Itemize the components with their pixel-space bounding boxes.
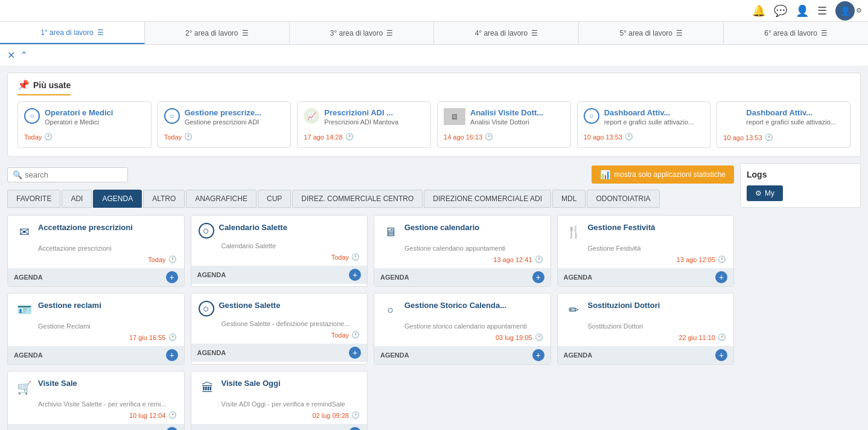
app-card-add-btn-7[interactable]: + — [715, 349, 727, 361]
app-card-time-0: Today 🕐 — [15, 255, 177, 263]
app-card-gestione-reclami[interactable]: 🪪 Gestione reclami Gestione Reclami 17 g… — [7, 293, 185, 365]
card-4-icon: 🖼 — [444, 108, 465, 125]
cat-tab-favorite[interactable]: FAVORITE — [7, 190, 60, 208]
logs-my-button[interactable]: ⚙ My — [747, 185, 783, 201]
app-card-title-5: Gestione Salette — [219, 301, 281, 310]
area-tab-2-menu-icon[interactable]: ☰ — [242, 29, 249, 37]
stats-button[interactable]: 📊 mostra solo applicazioni statistiche — [592, 165, 734, 184]
most-used-card-6[interactable]: Dashboard Attiv... report e grafici sull… — [716, 101, 850, 148]
app-card-time-5: Today 🕐 — [199, 331, 360, 339]
app-card-visite-sale-oggi[interactable]: 🏛 Visite Sale Oggi Visite ADI Oggi - per… — [191, 371, 368, 430]
app-grid: ✉ Accettazione prescrizioni Accettazione… — [7, 215, 734, 430]
app-card-add-btn-5[interactable]: + — [349, 347, 361, 359]
area-tab-2[interactable]: 2° area di lavoro ☰ — [145, 22, 290, 44]
card-1-subtitle: Operatori e Medici — [45, 118, 113, 126]
cat-tab-mdl[interactable]: MDL — [552, 190, 586, 208]
category-tabs: FAVORITE ADI AGENDA ALTRO ANAGRAFICHE CU… — [7, 190, 734, 208]
menu-icon[interactable]: ☰ — [817, 4, 827, 18]
area-tabs: 1° area di lavoro ☰ 2° area di lavoro ☰ … — [0, 22, 868, 45]
area-tab-1[interactable]: 1° area di lavoro ☰ — [0, 22, 145, 44]
clock-icon: 🕐 — [765, 133, 773, 141]
cat-tab-adi[interactable]: ADI — [62, 190, 92, 208]
most-used-card-2[interactable]: ○ Gestione prescrize... Gestione prescri… — [158, 101, 292, 148]
cat-tab-cup[interactable]: CUP — [258, 190, 291, 208]
cat-tab-anagrafiche[interactable]: ANAGRAFICHE — [186, 190, 257, 208]
app-card-gestione-storico-calenda[interactable]: ○ Gestione Storico Calenda... Gestione s… — [374, 293, 551, 365]
card-5-title: Dashboard Attiv... — [604, 108, 694, 117]
app-card-gestione-festivita[interactable]: 🍴 Gestione Festività Gestione Festività … — [557, 215, 735, 287]
collapse-button[interactable]: ⌃ — [20, 50, 28, 61]
app-card-calendario-salette[interactable]: ○ Calendario Salette Calendario Salette … — [191, 215, 368, 287]
area-tab-1-menu-icon[interactable]: ☰ — [97, 28, 104, 37]
pin-icon: 📌 — [18, 79, 30, 91]
area-tab-5[interactable]: 5° area di lavoro ☰ — [579, 22, 724, 44]
most-used-card-5[interactable]: ○ Dashboard Attiv... report e grafici su… — [577, 101, 711, 148]
app-card-add-btn-0[interactable]: + — [166, 271, 178, 283]
clock-icon: 🕐 — [351, 253, 360, 261]
app-card-add-btn-2[interactable]: + — [532, 271, 544, 283]
app-card-add-btn-1[interactable]: + — [349, 269, 361, 281]
app-card-add-btn-3[interactable]: + — [715, 271, 727, 283]
area-tab-4-menu-icon[interactable]: ☰ — [531, 29, 538, 37]
search-box[interactable]: 🔍 — [7, 167, 128, 182]
cat-tab-odontoiatria[interactable]: ODONTOIATRIA — [587, 190, 659, 208]
app-card-desc-6: Gestione storico calendario appuntamenti — [404, 322, 543, 330]
chat-icon[interactable]: 💬 — [774, 4, 787, 18]
cat-tab-direzione-commerciale-adi[interactable]: DIREZIONE COMMERCIALE ADI — [424, 190, 551, 208]
app-card-desc-7: Sostituzioni Dottori — [588, 322, 727, 330]
area-tab-6-menu-icon[interactable]: ☰ — [821, 29, 828, 37]
clock-icon: 🕐 — [351, 411, 360, 419]
area-tab-3[interactable]: 3° area di lavoro ☰ — [290, 22, 435, 44]
app-card-icon-2: 🖥 — [381, 223, 400, 241]
app-card-title-3: Gestione Festività — [588, 223, 656, 232]
app-card-footer-label-5: AGENDA — [197, 349, 226, 356]
bell-icon[interactable]: 🔔 — [752, 4, 765, 18]
card-4-subtitle: Analisi Visite Dottori — [470, 118, 543, 126]
app-card-add-btn-4[interactable]: + — [166, 349, 178, 361]
app-card-visite-sale[interactable]: 🛒 Visite Sale Archivio Visite Salette - … — [7, 371, 185, 430]
area-tab-5-menu-icon[interactable]: ☰ — [676, 29, 683, 37]
most-used-title: Più usate — [33, 80, 71, 90]
area-tab-4[interactable]: 4° area di lavoro ☰ — [434, 22, 579, 44]
app-card-gestione-salette[interactable]: ○ Gestione Salette Gestione Salette - de… — [191, 293, 368, 365]
app-card-gestione-calendario[interactable]: 🖥 Gestione calendario Gestione calendari… — [374, 215, 551, 287]
clock-icon: 🕐 — [168, 255, 177, 263]
app-card-add-btn-8[interactable]: + — [166, 427, 178, 430]
user-icon[interactable]: 👤 — [796, 4, 809, 18]
clock-icon: 🕐 — [184, 133, 193, 141]
card-3-icon: 📈 — [304, 108, 319, 124]
app-card-add-btn-9[interactable]: + — [349, 427, 361, 430]
app-card-sostituzioni-dottori[interactable]: ✏ Sostituzioni Dottori Sostituzioni Dott… — [557, 293, 735, 365]
cat-tab-direz-commerciale-centro[interactable]: DIREZ. COMMERCIALE CENTRO — [292, 190, 423, 208]
app-card-desc-4: Gestione Reclami — [38, 322, 177, 330]
app-card-footer-6: AGENDA + — [374, 346, 550, 364]
logs-title: Logs — [747, 170, 854, 179]
most-used-card-4[interactable]: 🖼 Analisi Visite Dott... Analisi Visite … — [437, 101, 571, 148]
area-tab-6[interactable]: 6° area di lavoro ☰ — [724, 22, 868, 44]
app-card-footer-label-7: AGENDA — [564, 351, 593, 359]
app-card-accettazione-prescrizioni[interactable]: ✉ Accettazione prescrizioni Accettazione… — [7, 215, 185, 287]
most-used-card-3[interactable]: 📈 Prescrizioni ADI ... Prescrizioni ADI … — [297, 101, 431, 148]
cat-tab-altro[interactable]: ALTRO — [143, 190, 185, 208]
avatar[interactable]: 👤 — [835, 1, 855, 21]
area-tab-3-menu-icon[interactable]: ☰ — [386, 29, 393, 37]
app-card-footer-1: AGENDA + — [191, 266, 368, 284]
close-button[interactable]: ✕ — [7, 50, 15, 61]
gear-icon[interactable]: ⚙ — [856, 7, 862, 14]
sub-header: ✕ ⌃ — [0, 45, 868, 66]
app-card-desc-3: Gestione Festività — [588, 245, 727, 252]
area-tab-1-label: 1° area di lavoro — [40, 28, 94, 37]
card-6-title: Dashboard Attiv... — [746, 108, 836, 117]
cat-tab-agenda[interactable]: AGENDA — [93, 190, 142, 208]
card-2-title: Gestione prescrize... — [185, 108, 261, 117]
clock-icon: 🕐 — [535, 255, 543, 263]
card-5-icon: ○ — [584, 108, 599, 124]
app-card-add-btn-6[interactable]: + — [532, 349, 544, 361]
card-4-title: Analisi Visite Dott... — [470, 108, 543, 117]
app-card-time-6: 03 lug 19:05 🕐 — [381, 333, 543, 341]
search-input[interactable] — [25, 170, 123, 179]
app-card-desc-5: Gestione Salette - definizione prestazio… — [222, 320, 360, 327]
card-1-timestamp: Today 🕐 — [24, 133, 145, 141]
app-card-icon-9: 🏛 — [199, 379, 217, 397]
most-used-card-1[interactable]: ○ Operatori e Medici Operatori e Medici … — [18, 101, 152, 148]
